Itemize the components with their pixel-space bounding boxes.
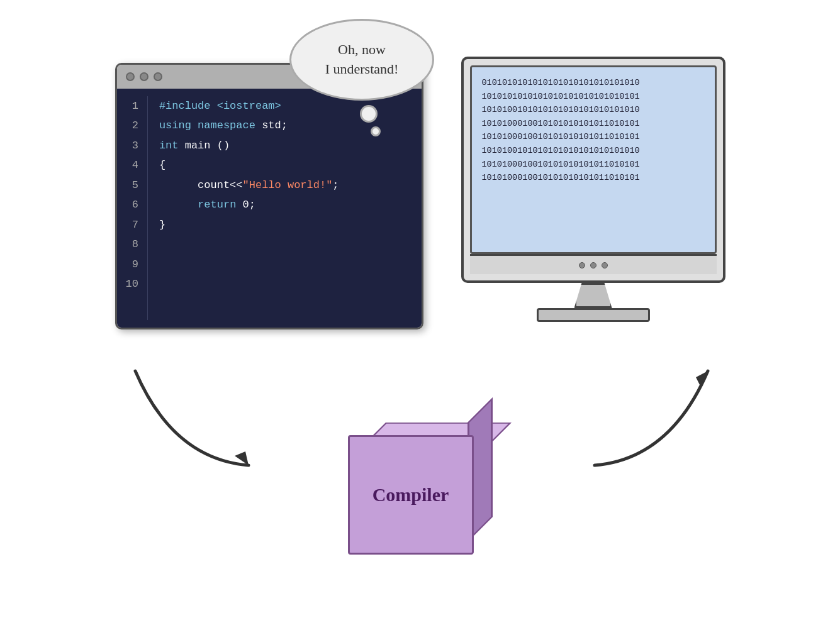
binary-row-7: 1010100010010101010101011010101 [482, 158, 705, 172]
monitor-button-3 [602, 262, 608, 268]
speech-bubble-text: Oh, now I understand! [325, 40, 399, 79]
binary-row-2: 1010101010101010101010101010101 [482, 90, 705, 104]
monitor-stand-neck [574, 283, 612, 308]
monitor-button-1 [579, 262, 585, 268]
code-line-6: return 0; [159, 195, 339, 214]
code-line-7: } [159, 215, 339, 235]
arrow-left [123, 358, 286, 487]
bubble-tail-1 [360, 105, 378, 123]
binary-row-8: 1010100010010101010101011010101 [482, 171, 705, 185]
code-line-9 [159, 255, 339, 274]
compiler-cube: Compiler [348, 410, 493, 555]
compiler-cube-wrap: Compiler [339, 388, 502, 577]
dot-3 [154, 72, 162, 81]
code-editor: 12345 678910 #include <iostream> using n… [115, 63, 423, 329]
binary-row-3: 1010100101010101010101010101010 [482, 103, 705, 117]
code-line-8 [159, 235, 339, 254]
speech-bubble: Oh, now I understand! [289, 19, 434, 101]
cube-front-face: Compiler [348, 435, 474, 555]
code-line-2: using namespace std; [159, 116, 339, 135]
editor-body: 12345 678910 #include <iostream> using n… [117, 89, 422, 328]
code-line-3: int main () [159, 136, 339, 155]
binary-row-6: 1010100101010101010101010101010 [482, 144, 705, 158]
bubble-tail-2 [371, 126, 381, 136]
binary-row-4: 1010100010010101010101011010101 [482, 117, 705, 131]
top-section: 12345 678910 #include <iostream> using n… [0, 0, 840, 340]
code-line-5: count<<"Hello world!"; [159, 175, 339, 195]
code-content: #include <iostream> using namespace std;… [148, 96, 350, 320]
speech-bubble-wrap: Oh, now I understand! [289, 19, 434, 101]
speech-line-2: I understand! [325, 60, 399, 79]
dot-1 [126, 72, 135, 81]
bottom-section: Compiler [0, 340, 840, 625]
monitor-button-2 [590, 262, 596, 268]
binary-row-5: 1010100010010101010101011010101 [482, 130, 705, 144]
line-numbers: 12345 678910 [117, 96, 148, 320]
monitor-wrap: 0101010101010101010101010101010 10101010… [461, 57, 725, 322]
monitor-stand-base [537, 308, 650, 322]
code-line-10 [159, 274, 339, 294]
code-line-4: { [159, 155, 339, 175]
monitor-chin [470, 254, 717, 274]
arrow-right [557, 358, 720, 487]
dot-2 [140, 72, 148, 81]
monitor-screen: 0101010101010101010101010101010 10101010… [470, 65, 717, 254]
monitor-outer: 0101010101010101010101010101010 10101010… [461, 57, 725, 283]
compiler-label: Compiler [372, 484, 449, 506]
binary-row-1: 0101010101010101010101010101010 [482, 76, 705, 90]
speech-line-1: Oh, now [325, 40, 399, 60]
